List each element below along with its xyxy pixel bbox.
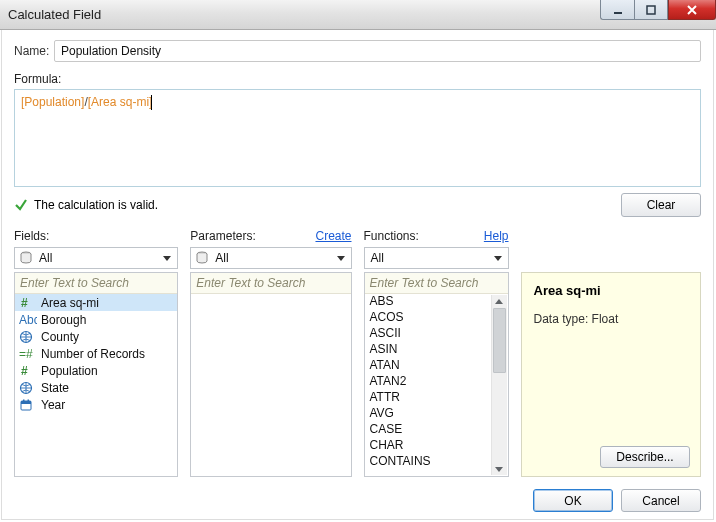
parameters-search-placeholder: Enter Text to Search (196, 276, 305, 290)
window-buttons (600, 0, 716, 20)
cal-icon (19, 398, 35, 412)
function-item[interactable]: ACOS (365, 310, 491, 326)
globe-icon (19, 330, 35, 344)
cancel-button[interactable]: Cancel (621, 489, 701, 512)
formula-label: Formula: (14, 72, 701, 86)
fields-search-input[interactable]: Enter Text to Search (15, 273, 177, 294)
cancel-button-label: Cancel (642, 494, 679, 508)
name-input[interactable]: Population Density (54, 40, 701, 62)
fields-label: Fields: (14, 229, 49, 243)
database-icon (195, 251, 209, 265)
help-link[interactable]: Help (484, 229, 509, 243)
fields-listbox: Enter Text to Search #Area sq-miAbcBorou… (14, 272, 178, 477)
svg-rect-11 (23, 399, 25, 402)
svg-rect-10 (21, 401, 31, 404)
field-item-label: Number of Records (41, 347, 145, 361)
parameters-label: Parameters: (190, 229, 255, 243)
functions-scrollbar[interactable] (491, 295, 507, 475)
svg-rect-1 (647, 6, 655, 14)
functions-combo[interactable]: All (364, 247, 509, 269)
function-item[interactable]: ASIN (365, 342, 491, 358)
parameters-items (191, 294, 350, 476)
window-title: Calculated Field (8, 7, 101, 22)
chevron-down-icon (337, 256, 345, 261)
fields-items: #Area sq-miAbcBoroughCounty=#Number of R… (15, 294, 177, 476)
parameters-listbox: Enter Text to Search (190, 272, 351, 477)
formula-editor[interactable]: [Population]/[Area sq-mi] (14, 89, 701, 187)
functions-listbox: Enter Text to Search ABSACOSASCIIASINATA… (364, 272, 509, 477)
info-heading: Area sq-mi (534, 283, 688, 298)
field-item[interactable]: =#Number of Records (15, 345, 177, 362)
info-panel-spacer (521, 229, 701, 243)
maximize-button[interactable] (634, 0, 668, 20)
function-item[interactable]: AVG (365, 406, 491, 422)
chevron-down-icon (163, 256, 171, 261)
function-item[interactable]: CONTAINS (365, 454, 491, 470)
field-item[interactable]: State (15, 379, 177, 396)
parameters-panel: Parameters: Create All Enter Text to Sea… (190, 229, 351, 477)
scroll-up-icon[interactable] (492, 295, 507, 307)
svg-text:#: # (21, 364, 28, 378)
fields-panel: Fields: All Enter Text to Search #Area s… (14, 229, 178, 477)
chevron-down-icon (494, 256, 502, 261)
function-item[interactable]: ATTR (365, 390, 491, 406)
field-item-label: Year (41, 398, 65, 412)
dialog-content: Name: Population Density Formula: [Popul… (1, 30, 714, 520)
function-item[interactable]: ABS (365, 294, 491, 310)
create-link[interactable]: Create (315, 229, 351, 243)
hash-icon: # (19, 364, 35, 378)
formula-field-2: [Area sq-mi] (88, 95, 153, 109)
parameters-combo-value: All (215, 251, 336, 265)
field-item[interactable]: Year (15, 396, 177, 413)
svg-text:Abc: Abc (19, 313, 37, 327)
function-item[interactable]: ATAN (365, 358, 491, 374)
close-button[interactable] (668, 0, 716, 20)
field-item[interactable]: County (15, 328, 177, 345)
functions-panel: Functions: Help All Enter Text to Search… (364, 229, 509, 477)
function-item[interactable]: ASCII (365, 326, 491, 342)
function-item[interactable]: CASE (365, 422, 491, 438)
parameters-search-input[interactable]: Enter Text to Search (191, 273, 350, 294)
describe-button[interactable]: Describe... (600, 446, 690, 468)
abc-icon: Abc (19, 313, 35, 327)
field-item-label: State (41, 381, 69, 395)
ok-button-label: OK (564, 494, 581, 508)
status-row: The calculation is valid. Clear (14, 193, 701, 217)
svg-text:#: # (21, 296, 28, 310)
fields-combo-value: All (39, 251, 163, 265)
functions-search-placeholder: Enter Text to Search (370, 276, 479, 290)
field-item[interactable]: #Population (15, 362, 177, 379)
functions-items: ABSACOSASCIIASINATANATAN2ATTRAVGCASECHAR… (365, 294, 508, 476)
svg-text:=#: =# (19, 347, 33, 361)
functions-search-input[interactable]: Enter Text to Search (365, 273, 508, 294)
ok-button[interactable]: OK (533, 489, 613, 512)
name-row: Name: Population Density (14, 40, 701, 62)
formula-field-1: [Population] (21, 95, 84, 109)
status-text: The calculation is valid. (34, 198, 158, 212)
minimize-button[interactable] (600, 0, 634, 20)
field-item[interactable]: #Area sq-mi (15, 294, 177, 311)
clear-button-label: Clear (647, 198, 676, 212)
functions-combo-value: All (371, 251, 494, 265)
function-item[interactable]: CHAR (365, 438, 491, 454)
database-icon (19, 251, 33, 265)
field-item[interactable]: AbcBorough (15, 311, 177, 328)
fields-search-placeholder: Enter Text to Search (20, 276, 129, 290)
fields-combo[interactable]: All (14, 247, 178, 269)
svg-rect-12 (28, 399, 30, 402)
function-item[interactable]: ATAN2 (365, 374, 491, 390)
scrollbar-thumb[interactable] (493, 308, 506, 373)
field-item-label: Population (41, 364, 98, 378)
field-item-label: Area sq-mi (41, 296, 99, 310)
scroll-down-icon[interactable] (492, 463, 507, 475)
name-input-value: Population Density (61, 44, 161, 58)
panels: Fields: All Enter Text to Search #Area s… (14, 229, 701, 477)
field-item-label: County (41, 330, 79, 344)
info-box: Area sq-mi Data type: Float Describe... (521, 272, 701, 477)
clear-button[interactable]: Clear (621, 193, 701, 217)
info-panel: Area sq-mi Data type: Float Describe... (521, 229, 701, 477)
name-label: Name: (14, 44, 54, 58)
globe-icon (19, 381, 35, 395)
titlebar: Calculated Field (0, 0, 716, 30)
parameters-combo[interactable]: All (190, 247, 351, 269)
